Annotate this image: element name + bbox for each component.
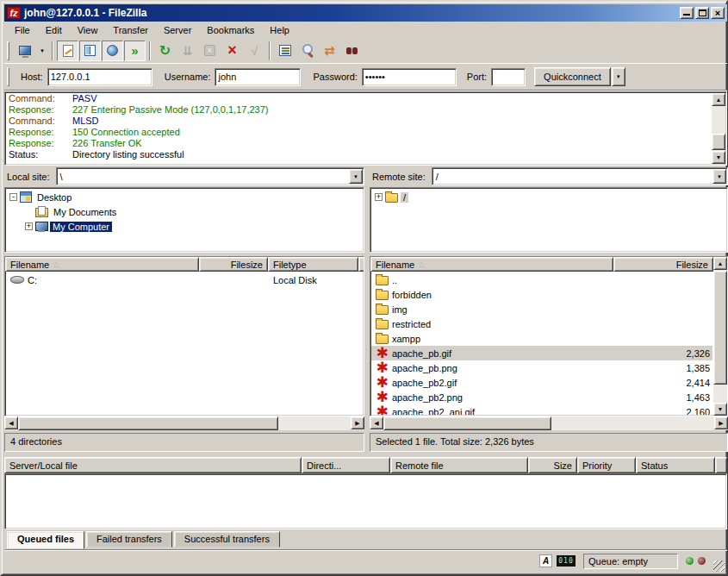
tree-item[interactable]: My Documents (5, 204, 364, 219)
scroll-up-icon[interactable]: ▲ (712, 93, 725, 106)
column-header-size[interactable]: Size (528, 457, 577, 473)
column-header-priority[interactable]: Priority (577, 457, 636, 473)
file-row[interactable]: ✱apache_pb.gif2,326 (371, 346, 712, 360)
host-input[interactable] (47, 68, 152, 86)
column-header-status[interactable]: Status (636, 457, 715, 473)
remote-vertical-scrollbar[interactable]: ▲ ▼ (713, 257, 727, 416)
file-row[interactable]: ✱apache_pb2.gif2,414 (371, 375, 712, 390)
column-label: Remote file (395, 460, 444, 471)
maximize-button[interactable] (695, 7, 709, 19)
port-input[interactable] (491, 68, 526, 86)
tab-successful-transfers[interactable]: Successful transfers (174, 531, 280, 548)
size-cell: 2,160 (614, 404, 712, 415)
local-file-rows: C:Local Disk (6, 272, 363, 415)
remote-horizontal-scrollbar[interactable]: ◀ ▶ (370, 416, 728, 430)
file-row[interactable]: img (371, 302, 712, 316)
remote-site-dropdown-button[interactable]: ▼ (712, 169, 726, 184)
column-header-directi[interactable]: Directi... (302, 457, 390, 473)
expand-icon[interactable]: + (25, 222, 33, 230)
remote-treeview-toggle-icon (107, 45, 118, 56)
menu-item-server[interactable]: Server (156, 23, 199, 37)
scroll-right-icon[interactable]: ▶ (351, 416, 364, 429)
column-header-filesize[interactable]: Filesize (199, 257, 268, 272)
file-row[interactable]: .. (371, 272, 712, 287)
scrollbar-track[interactable] (551, 416, 714, 430)
scrollbar-thumb[interactable] (18, 416, 278, 430)
scroll-up-icon[interactable]: ▲ (713, 257, 727, 270)
quickconnect-dropdown-button[interactable]: ▼ (612, 67, 625, 86)
directory-comparison-button[interactable] (274, 41, 296, 61)
remote-site-combo[interactable]: / ▼ (432, 167, 728, 185)
collapse-icon[interactable]: - (9, 193, 17, 201)
scrollbar-thumb[interactable] (712, 134, 725, 150)
toolbar-grip[interactable] (7, 41, 9, 60)
disconnect-button[interactable]: × (221, 41, 243, 61)
scrollbar-thumb[interactable] (713, 271, 727, 385)
scroll-right-icon[interactable]: ▶ (714, 416, 728, 429)
file-row[interactable]: forbidden (371, 287, 712, 302)
tree-item[interactable]: +/ (370, 190, 727, 204)
username-input[interactable] (215, 68, 301, 86)
menu-item-edit[interactable]: Edit (38, 23, 70, 37)
transfer-queue-list[interactable] (4, 473, 727, 529)
local-treeview-toggle-button[interactable] (79, 41, 101, 61)
quickconnect-button[interactable]: Quickconnect (534, 67, 611, 86)
file-row[interactable]: C:Local Disk (6, 272, 363, 287)
remote-directory-tree: +/ (370, 187, 728, 253)
menu-item-help[interactable]: Help (262, 23, 297, 37)
password-input[interactable] (362, 68, 457, 86)
menu-item-bookmarks[interactable]: Bookmarks (199, 23, 262, 37)
close-button[interactable]: × (711, 7, 725, 19)
scroll-left-icon[interactable]: ◀ (4, 416, 18, 429)
file-row[interactable]: ✱apache_pb.png1,385 (371, 360, 712, 375)
tree-item-label: My Documents (51, 207, 119, 217)
message-log-toggle-button[interactable] (57, 41, 78, 61)
menu-item-transfer[interactable]: Transfer (105, 23, 156, 37)
column-header-l[interactable]: L (358, 257, 364, 272)
column-header-filename[interactable]: Filename△ (370, 257, 613, 272)
resize-grip[interactable] (713, 560, 725, 572)
site-manager-button[interactable] (14, 41, 35, 61)
find-files-button[interactable] (341, 41, 363, 61)
remote-treeview-toggle-button[interactable] (102, 41, 123, 61)
tree-item-label: My Computer (50, 222, 112, 232)
site-manager-dropdown-button[interactable]: ▼ (36, 41, 48, 61)
scrollbar-thumb[interactable] (383, 416, 551, 430)
column-header-filesize[interactable]: Filesize (613, 257, 713, 272)
tab-queued-files[interactable]: Queued files (7, 531, 84, 549)
column-header-server-local-file[interactable]: Server/Local file (4, 457, 302, 473)
refresh-button[interactable]: ↻ (154, 41, 176, 61)
message-log-scrollbar[interactable]: ▲ ▼ (712, 93, 725, 164)
local-site-dropdown-button[interactable]: ▼ (349, 169, 363, 184)
local-site-combo[interactable]: \ ▼ (56, 167, 364, 185)
log-line-label: Response: (9, 104, 72, 116)
local-horizontal-scrollbar[interactable]: ◀ ▶ (4, 416, 364, 430)
file-row[interactable]: restricted (371, 316, 712, 331)
message-log-lines: Command:PASVResponse:227 Entering Passiv… (9, 93, 709, 160)
column-header-filename[interactable]: Filename△ (5, 257, 199, 272)
tab-failed-transfers[interactable]: Failed transfers (86, 531, 172, 548)
expand-icon[interactable]: + (375, 193, 383, 201)
scroll-down-icon[interactable]: ▼ (713, 403, 727, 416)
file-row[interactable]: ✱apache_pb2.png1,463 (371, 390, 712, 404)
tree-item[interactable]: -Desktop (5, 190, 364, 204)
quickconnect-grip[interactable] (7, 67, 9, 86)
menu-item-view[interactable]: View (70, 23, 106, 37)
clear-queue-icon: √ (247, 43, 262, 58)
minimize-button[interactable] (680, 7, 694, 19)
log-line: Command:MLSD (9, 116, 709, 127)
scroll-down-icon[interactable]: ▼ (712, 151, 725, 164)
column-header-filetype[interactable]: Filetype (268, 257, 358, 272)
scrollbar-track[interactable] (278, 416, 351, 430)
tree-item[interactable]: +My Computer (5, 219, 364, 234)
column-header-remote-file[interactable]: Remote file (390, 457, 528, 473)
file-row[interactable]: xampp (371, 331, 712, 346)
synchronized-browsing-button[interactable]: ⇄ (319, 41, 340, 61)
file-search-button[interactable] (296, 41, 318, 61)
title-bar[interactable]: fz john@127.0.0.1 - FileZilla × (4, 4, 727, 22)
queue-column-headers: Server/Local fileDirecti...Remote fileSi… (4, 457, 727, 473)
file-row[interactable]: ✱apache_pb2_ani.gif2,160 (371, 404, 712, 415)
transfer-queue-toggle-button[interactable]: » (124, 41, 146, 61)
scroll-left-icon[interactable]: ◀ (370, 416, 383, 429)
menu-item-file[interactable]: File (7, 23, 38, 37)
